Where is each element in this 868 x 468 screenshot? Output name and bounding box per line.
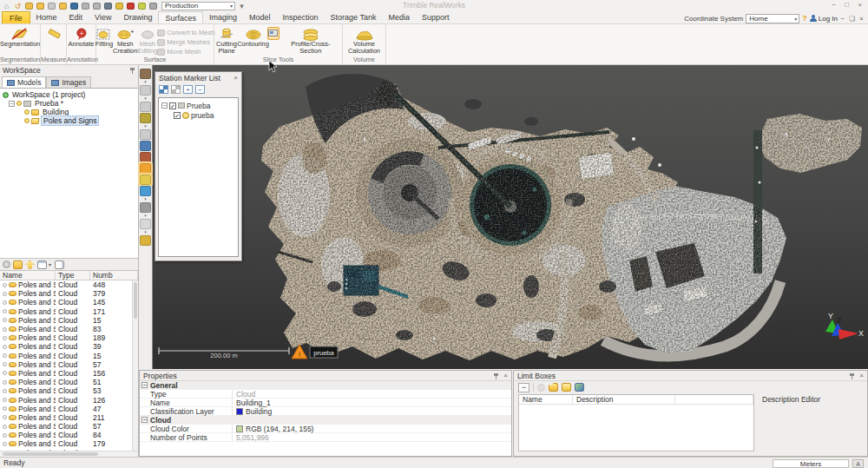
tree-item[interactable]: − Poles and Signs [0,116,138,125]
visibility-bulb-icon[interactable] [3,425,7,429]
table-row[interactable]: Poles and Si... Cloud 84 [0,431,138,439]
close-icon[interactable]: × [503,372,508,379]
limitbox-tool-icon[interactable] [140,141,151,151]
column-header-name[interactable]: Name [0,271,56,280]
login-button[interactable]: Log In [819,15,838,23]
select-arrow-icon[interactable] [103,2,113,10]
draw-icon[interactable] [137,2,147,10]
table-row[interactable]: Poles and Si... Cloud 57 [0,360,138,369]
pointer-tool-icon[interactable] [140,69,151,79]
visibility-bulb-icon[interactable] [3,371,7,375]
visibility-bulb-icon[interactable] [3,345,7,349]
select-all-icon[interactable] [159,85,168,94]
column-header-count[interactable]: Numb [90,271,138,280]
workspace-tab[interactable]: Images [46,76,91,88]
undo-icon[interactable]: ↺ [13,2,23,10]
table-row[interactable]: Poles and Si... Cloud 179 [0,439,138,448]
minimize-button[interactable]: − [827,0,840,10]
property-row[interactable]: − Classification Layer Building [140,407,511,416]
share-icon[interactable] [92,2,102,10]
cut-tool-icon[interactable] [140,129,151,140]
close-button[interactable]: × [853,0,866,10]
pin-icon[interactable] [129,67,135,74]
chevron-down-icon[interactable]: ▾ [49,261,51,267]
chevron-down-icon[interactable]: ▾ [144,197,147,201]
table-row[interactable]: Poles and Si... Cloud 47 [0,405,138,413]
table-row[interactable]: Poles and Si... Cloud 51 [0,378,138,386]
table-row[interactable]: Poles and Si... Cloud 448 [0,280,138,289]
table-row[interactable]: Poles and Si... Cloud 39 [0,342,138,351]
deselect-all-icon[interactable] [171,85,181,94]
table-row[interactable]: Poles and Si... Cloud 83 [0,325,138,333]
visibility-bulb-icon[interactable] [3,336,7,340]
tree-item[interactable]: − Prueba * [0,99,138,108]
visibility-bulb-icon[interactable] [3,398,7,402]
open-project-icon[interactable] [24,2,34,10]
collapse-all-icon[interactable]: − [195,85,205,94]
menu-tab[interactable]: Drawing [117,11,158,23]
chevron-down-icon[interactable]: ▾ [144,96,147,100]
remove-limit-box-button[interactable]: − [518,383,529,392]
tree-item[interactable]: − ✓ Prueba [161,101,238,110]
table-row[interactable]: Poles and Si... Cloud 126 [0,395,138,404]
column-header-name[interactable]: Name [519,395,573,404]
visibility-bulb-icon[interactable] [3,433,7,438]
visibility-bulb-icon[interactable] [3,300,7,305]
pan-tool-icon[interactable] [140,102,151,112]
column-header-description[interactable]: Description [573,395,675,404]
table-row[interactable]: Poles and Si... Cloud 145 [0,298,138,307]
menu-tab[interactable]: Surfaces [158,11,203,23]
tab-file[interactable]: File [2,11,30,23]
property-row[interactable]: − Number of Points 5,051,996 [140,433,511,442]
table-row[interactable]: Poles and Si... Cloud 156 [0,369,138,378]
table-row[interactable]: Poles and Si... Cloud 53 [0,386,138,395]
save-icon[interactable] [69,2,79,10]
doc-minimize-button[interactable]: − [838,15,847,23]
import-limit-box-icon[interactable] [549,383,558,392]
lock-icon[interactable] [81,2,90,10]
table-row[interactable]: Poles and Si... Cloud 379 [0,289,138,298]
ortho-image-tool-icon[interactable] [140,186,151,196]
visibility-bulb-icon[interactable] [3,353,7,358]
menu-tab[interactable]: Imaging [203,11,243,23]
menu-tab[interactable]: Inspection [277,11,325,23]
table-row[interactable]: Poles and Si... Cloud 171 [0,307,138,316]
table-row[interactable]: Poles and Si... Cloud 15 [0,316,138,325]
menu-tab[interactable]: Model [243,11,277,23]
sphere-icon[interactable] [47,2,56,10]
no-clip-icon[interactable] [148,2,158,10]
property-row[interactable]: − General [140,381,511,390]
help-icon[interactable]: ? [802,14,807,23]
visibility-bulb-icon[interactable] [3,292,7,296]
units-selector[interactable]: Meters [773,459,849,468]
column-header-type[interactable]: Type [56,271,90,280]
menu-tab[interactable]: Media [382,11,416,23]
menu-tab[interactable]: View [89,11,117,23]
target-tool-icon[interactable] [140,235,151,246]
visibility-bulb-icon[interactable] [3,309,7,313]
vertical-scrollbar[interactable] [132,280,138,451]
slice-quick-button[interactable] [267,27,279,40]
chevron-down-icon[interactable]: ▾ [144,80,147,83]
table-row[interactable]: Poles and Si... Cloud 189 [0,333,138,342]
chevron-down-icon[interactable]: ▾ [144,214,147,217]
visibility-bulb-icon[interactable] [3,318,7,322]
visibility-bulb-icon[interactable] [3,406,7,411]
close-icon[interactable]: × [233,74,238,82]
visibility-bulb-icon[interactable] [3,415,7,419]
station-marker-tool-icon[interactable] [140,163,151,174]
measure-pen-icon[interactable] [115,2,124,10]
menu-tab[interactable]: Support [416,11,456,23]
settings-icon[interactable] [3,260,10,268]
coordinate-system-combo[interactable]: Home▾ [746,14,799,23]
workspace-tab[interactable]: Models [2,76,46,88]
render-tool-icon[interactable] [140,219,151,229]
property-row[interactable]: − Cloud [140,416,511,425]
horizontal-scrollbar[interactable] [0,451,138,457]
visibility-bulb-icon[interactable] [16,101,22,106]
overflow-icon[interactable]: ▾ [237,2,247,10]
3d-viewport[interactable]: 200.00 m ! prueba Y Z X Station Marke [153,65,868,369]
limit-box-icon[interactable] [575,383,584,392]
property-row[interactable]: − Type Cloud [140,390,511,399]
annotate-pin-icon[interactable] [126,2,135,10]
